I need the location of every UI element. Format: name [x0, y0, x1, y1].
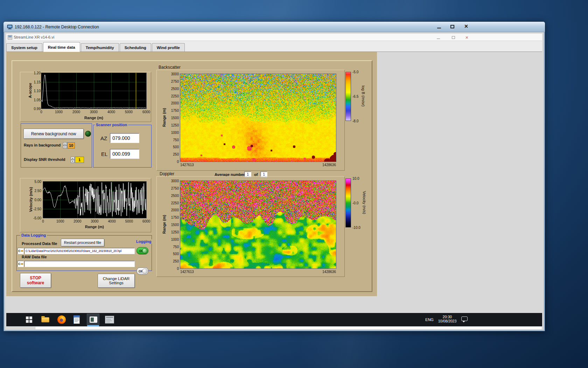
- app-minimize-button[interactable]: [434, 35, 442, 40]
- tick-label: 2250: [171, 94, 179, 98]
- snr-spinner[interactable]: ▲▼: [71, 157, 75, 163]
- el-value-field[interactable]: 000.099: [110, 149, 139, 159]
- app-maximize-button[interactable]: [449, 35, 457, 40]
- tick-label: 2000: [171, 208, 179, 212]
- tick-label: 2500: [171, 193, 179, 197]
- tick-label: 0: [42, 219, 44, 223]
- taskbar: ENG 20:30 10/08/2023: [6, 313, 542, 326]
- doppler-colorbar: [345, 178, 351, 227]
- tick-label: 3000: [171, 72, 179, 76]
- raw-drive-selector[interactable]: C: [18, 261, 24, 267]
- scanner-position-group: [93, 125, 152, 168]
- doppler-colorbar-title: Velocity (m/s): [362, 188, 366, 217]
- tick-label: -5.00: [33, 216, 41, 220]
- tick-label: -5.0: [352, 70, 358, 74]
- tick-label: 0.00: [35, 198, 41, 202]
- tick-label: 2000: [171, 101, 179, 105]
- tick-label: 0: [177, 267, 179, 271]
- doppler-title: Doppler: [160, 171, 174, 176]
- el-label: EL: [101, 151, 107, 157]
- ascope-plot: [41, 73, 146, 109]
- horizontal-scrollbar[interactable]: [35, 326, 542, 330]
- processed-drive-letter: C: [18, 249, 21, 253]
- raw-drive-letter: C: [18, 262, 21, 266]
- tab-scheduling[interactable]: Scheduling: [120, 43, 151, 52]
- scan-scheduler-icon[interactable]: [105, 316, 114, 323]
- stop-line2: software: [27, 280, 44, 285]
- clock[interactable]: 20:30 10/08/2023: [436, 315, 458, 325]
- tick-label: 250: [173, 259, 179, 263]
- velocity-y-ticks: 5.002.500.00-2.50-5.00: [31, 182, 41, 218]
- tick-label: 1000: [56, 219, 64, 223]
- processed-drive-selector[interactable]: C: [18, 248, 24, 254]
- ascope-y-ticks: 1.201.151.101.050.99: [31, 73, 41, 109]
- firefox-icon[interactable]: [57, 315, 66, 324]
- taskbar-date: 10/08/2023: [436, 319, 458, 323]
- language-indicator[interactable]: ENG: [424, 316, 435, 323]
- tick-label: 6000: [142, 110, 150, 114]
- backscatter-x-end: 1428636: [322, 163, 336, 167]
- rdp-maximize-button[interactable]: [447, 23, 457, 30]
- tick-label: 2750: [171, 79, 179, 83]
- rays-spinner[interactable]: ▲▼: [63, 142, 67, 149]
- tab-system-setup[interactable]: System setup: [6, 43, 42, 52]
- processed-logging-toggle[interactable]: ON: [136, 247, 148, 254]
- tab-real-time-data[interactable]: Real time data: [43, 42, 80, 52]
- labview-app-icon: [8, 35, 12, 40]
- backscatter-y-ticks: 3000275025002250200017501500125010007505…: [167, 74, 179, 162]
- tick-label: 250: [173, 152, 179, 156]
- tick-label: 3000: [91, 219, 98, 223]
- app-close-button[interactable]: ×: [463, 34, 471, 40]
- tick-label: 2000: [74, 219, 81, 223]
- restart-processed-file-button[interactable]: Restart processed file: [61, 239, 104, 246]
- raw-logging-toggle[interactable]: OFF: [136, 267, 148, 275]
- notification-icon[interactable]: [461, 316, 468, 322]
- processed-path-field[interactable]: C:\Lidar\Data\Proc\2023\202308\20230810\…: [24, 248, 135, 254]
- tick-label: 500: [173, 145, 179, 149]
- az-value-field[interactable]: 079.000: [110, 133, 139, 143]
- backscatter-x-start: 1427613: [180, 163, 194, 167]
- folder-mini-icon: [21, 263, 23, 265]
- app-titlebar[interactable]: [6, 34, 542, 41]
- velocity-x-ticks: 0100020003000400050006000: [43, 219, 146, 224]
- tick-label: 1000: [171, 130, 179, 134]
- toggle-knob: [142, 268, 147, 274]
- tick-label: 2.50: [35, 189, 41, 193]
- raw-path-field[interactable]: [24, 261, 135, 267]
- renew-background-button[interactable]: Renew background now: [23, 129, 84, 139]
- tick-label: -6.5: [352, 95, 358, 98]
- rdp-close-button[interactable]: ×: [461, 23, 471, 30]
- rdp-minimize-button[interactable]: [434, 23, 444, 30]
- start-button[interactable]: [25, 316, 34, 323]
- doppler-x-end: 1428636: [322, 270, 336, 274]
- tick-label: -10.0: [352, 226, 360, 230]
- data-logging-title: Data Logging: [20, 233, 47, 237]
- snr-threshold-label: Display SNR threshold: [24, 157, 65, 162]
- backscatter-x-ticks: 1427613 1428636: [180, 163, 336, 167]
- velocity-plot: [43, 182, 146, 218]
- snr-value-input[interactable]: 1: [75, 157, 84, 163]
- tab-temp-humidity[interactable]: Temp/humidity: [81, 43, 119, 52]
- tick-label: 2500: [171, 87, 179, 90]
- tick-label: 0: [177, 160, 179, 164]
- stop-line1: STOP: [30, 275, 41, 280]
- tick-label: 4000: [107, 110, 115, 114]
- tab-wind-profile[interactable]: Wind profile: [152, 43, 185, 52]
- backscatter-heatmap: [180, 74, 336, 162]
- az-label: AZ: [100, 135, 107, 141]
- ascope-x-axis-title: Range (m): [68, 116, 120, 120]
- change-settings-button[interactable]: Change LiDAR Settings: [98, 274, 135, 288]
- tick-label: 1250: [171, 123, 179, 127]
- rays-value-input[interactable]: 10: [67, 142, 75, 149]
- text-editor-icon[interactable]: [74, 315, 80, 324]
- stop-software-button[interactable]: STOP software: [20, 273, 51, 288]
- tick-label: 5000: [125, 219, 133, 223]
- taskbar-time: 20:30: [436, 315, 458, 319]
- file-explorer-icon[interactable]: [41, 316, 50, 323]
- backscatter-y-axis-title: Range (m): [162, 105, 166, 130]
- desktop: 192.168.0.122 - Remote Desktop Connectio…: [0, 0, 588, 368]
- labview-app-taskbar-icon[interactable]: [87, 314, 99, 325]
- renew-led-indicator: [85, 131, 91, 137]
- tick-label: 750: [173, 138, 179, 142]
- tick-label: 5.00: [35, 180, 41, 184]
